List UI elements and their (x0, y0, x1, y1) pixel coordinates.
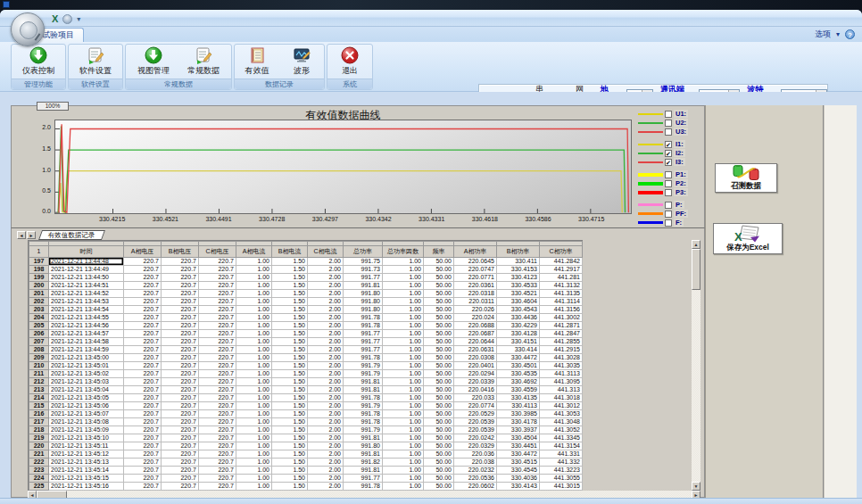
data-cell[interactable]: 1.00 (236, 322, 272, 330)
data-cell[interactable]: 220.7 (162, 378, 199, 386)
data-cell[interactable]: 220.0339 (454, 378, 497, 386)
data-cell[interactable]: 220.7 (199, 330, 236, 338)
data-cell[interactable]: 2021-12-21 13:44:59 (49, 346, 124, 354)
data-cell[interactable]: 220.7 (199, 450, 236, 459)
data-cell[interactable]: 1.00 (236, 394, 272, 402)
data-cell[interactable]: 991.73 (344, 266, 383, 274)
data-cell[interactable]: 2.00 (308, 426, 344, 434)
data-cell[interactable]: 220.7 (162, 467, 199, 475)
data-cell[interactable]: 50.00 (424, 346, 454, 354)
data-cell[interactable]: 220.0539 (454, 426, 497, 434)
data-cell[interactable]: 441.313 (540, 386, 583, 394)
data-cell[interactable]: 330.4521 (497, 290, 540, 298)
data-cell[interactable]: 2.00 (308, 354, 344, 362)
data-cell[interactable]: 220.7 (199, 298, 236, 306)
data-cell[interactable]: 2.00 (308, 467, 344, 475)
data-cell[interactable]: 50.00 (424, 483, 454, 491)
data-cell[interactable]: 220.7 (199, 442, 236, 450)
data-cell[interactable]: 1.00 (236, 346, 272, 354)
row-number-cell[interactable]: 199 (29, 274, 49, 282)
data-cell[interactable]: 220.7 (124, 434, 162, 442)
data-cell[interactable]: 50.00 (424, 322, 454, 330)
data-cell[interactable]: 1.50 (272, 282, 308, 290)
data-cell[interactable]: 220.7 (124, 274, 162, 282)
data-cell[interactable]: 2.00 (308, 459, 344, 467)
row-number-cell[interactable]: 198 (29, 266, 49, 274)
data-cell[interactable]: 50.00 (424, 362, 454, 370)
data-cell[interactable]: 220.7 (162, 426, 199, 434)
data-cell[interactable]: 220.7 (124, 426, 162, 434)
data-cell[interactable]: 330.4559 (497, 386, 540, 394)
data-cell[interactable]: 220.7 (199, 290, 236, 298)
data-cell[interactable]: 1.50 (272, 258, 308, 266)
data-cell[interactable]: 2.00 (308, 306, 344, 314)
data-cell[interactable]: 1.00 (236, 306, 272, 314)
data-cell[interactable]: 2.00 (308, 330, 344, 338)
options-menu[interactable]: 选项 (815, 29, 831, 40)
data-cell[interactable]: 50.00 (424, 338, 454, 346)
data-cell[interactable]: 50.00 (424, 386, 454, 394)
data-cell[interactable]: 220.7 (199, 394, 236, 402)
data-cell[interactable]: 220.0401 (454, 362, 497, 370)
data-cell[interactable]: 1.50 (272, 314, 308, 322)
row-number-cell[interactable]: 224 (29, 475, 49, 483)
data-cell[interactable]: 220.7 (199, 402, 236, 410)
data-cell[interactable]: 330.4504 (497, 434, 540, 442)
data-cell[interactable]: 2021-12-21 13:45:06 (49, 402, 124, 410)
data-cell[interactable]: 1.00 (236, 298, 272, 306)
data-cell[interactable]: 220.7 (199, 266, 236, 274)
data-cell[interactable]: 50.00 (424, 442, 454, 450)
data-cell[interactable]: 330.4178 (497, 418, 540, 426)
data-cell[interactable]: 1.50 (272, 322, 308, 330)
data-cell[interactable]: 1.00 (383, 354, 424, 362)
data-cell[interactable]: 1.00 (236, 266, 272, 274)
data-cell[interactable]: 2021-12-21 13:45:12 (49, 450, 124, 459)
data-cell[interactable]: 441.331 (540, 450, 583, 459)
data-cell[interactable]: 1.00 (383, 402, 424, 410)
legend-checkbox[interactable] (665, 180, 672, 187)
row-number-cell[interactable]: 206 (29, 330, 49, 338)
data-cell[interactable]: 220.7 (199, 386, 236, 394)
data-cell[interactable]: 220.7 (162, 442, 199, 450)
data-cell[interactable]: 441.3012 (540, 402, 583, 410)
data-cell[interactable]: 1.50 (272, 434, 308, 442)
data-cell[interactable]: 991.78 (344, 354, 383, 362)
data-cell[interactable]: 1.00 (236, 330, 272, 338)
data-cell[interactable]: 50.00 (424, 266, 454, 274)
data-cell[interactable]: 50.00 (424, 298, 454, 306)
data-cell[interactable]: 330.4436 (497, 314, 540, 322)
data-cell[interactable]: 220.7 (124, 402, 162, 410)
data-cell[interactable]: 220.0529 (454, 410, 497, 418)
data-cell[interactable]: 220.0308 (454, 354, 497, 362)
row-number-cell[interactable]: 215 (29, 402, 49, 410)
data-cell[interactable]: 220.0361 (454, 282, 497, 290)
data-cell[interactable]: 2.00 (308, 483, 344, 491)
data-cell[interactable]: 220.7 (124, 442, 162, 450)
data-cell[interactable]: 330.4135 (497, 394, 540, 402)
data-cell[interactable]: 220.0688 (454, 322, 497, 330)
data-cell[interactable]: 2.00 (308, 322, 344, 330)
data-cell[interactable]: 220.0242 (454, 434, 497, 442)
row-number-cell[interactable]: 225 (29, 483, 49, 491)
data-cell[interactable]: 220.7 (124, 459, 162, 467)
data-cell[interactable]: 2021-12-21 13:45:11 (49, 442, 124, 450)
data-cell[interactable]: 1.50 (272, 410, 308, 418)
data-cell[interactable]: 220.7 (162, 370, 199, 378)
data-cell[interactable]: 50.00 (424, 290, 454, 298)
vertical-scroll-thumb[interactable] (692, 249, 700, 290)
data-cell[interactable]: 220.0232 (454, 467, 497, 475)
data-cell[interactable]: 220.7 (124, 370, 162, 378)
data-cell[interactable]: 2.00 (308, 258, 344, 266)
data-cell[interactable]: 1.00 (236, 434, 272, 442)
data-cell[interactable]: 220.7 (199, 346, 236, 354)
row-number-cell[interactable]: 219 (29, 434, 49, 442)
data-cell[interactable]: 330.4143 (497, 483, 540, 491)
data-cell[interactable]: 1.00 (383, 386, 424, 394)
data-cell[interactable]: 2021-12-21 13:45:16 (49, 483, 124, 491)
data-cell[interactable]: 1.00 (236, 354, 272, 362)
row-number-cell[interactable]: 222 (29, 459, 49, 467)
data-cell[interactable]: 991.81 (344, 450, 383, 459)
data-cell[interactable]: 2021-12-21 13:44:50 (49, 274, 124, 282)
data-cell[interactable]: 220.7 (162, 346, 199, 354)
data-cell[interactable]: 2021-12-21 13:44:51 (49, 282, 124, 290)
